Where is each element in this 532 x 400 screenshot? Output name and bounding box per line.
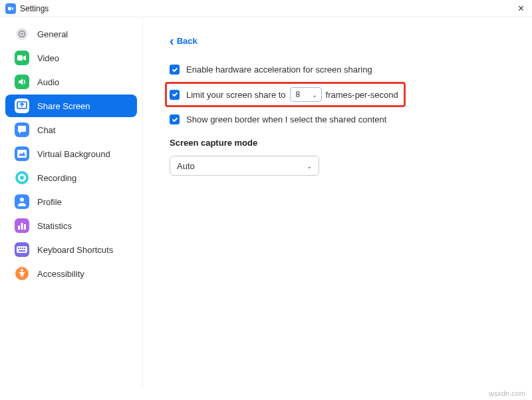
option-label-suffix: frames-per-second bbox=[326, 90, 398, 100]
content-container: General Video Audio Share Screen Chat Vi… bbox=[0, 17, 532, 387]
sidebar-item-label: Audio bbox=[37, 77, 59, 87]
option-label: Enable hardware acceleration for screen … bbox=[186, 65, 372, 75]
fps-value: 8 bbox=[296, 90, 301, 99]
sidebar-item-statistics[interactable]: Statistics bbox=[5, 214, 137, 237]
checkbox-checked-icon[interactable] bbox=[170, 65, 180, 75]
window-title: Settings bbox=[20, 4, 49, 13]
sidebar-item-general[interactable]: General bbox=[5, 23, 137, 45]
option-label: Show green border when I select the shar… bbox=[186, 114, 386, 124]
main-panel: Back Enable hardware acceleration for sc… bbox=[143, 17, 532, 387]
virtual-background-icon bbox=[15, 146, 29, 161]
sidebar-item-audio[interactable]: Audio bbox=[5, 71, 137, 93]
capture-mode-value: Auto bbox=[177, 161, 195, 171]
audio-icon bbox=[15, 75, 29, 89]
sidebar-item-label: Virtual Background bbox=[37, 149, 110, 159]
svg-rect-21 bbox=[24, 224, 26, 230]
capture-mode-select[interactable]: Auto ⌄ bbox=[170, 156, 319, 176]
sidebar-item-label: Chat bbox=[37, 125, 55, 135]
sidebar-item-label: Keyboard Shortcuts bbox=[37, 245, 113, 255]
svg-point-17 bbox=[20, 198, 24, 202]
svg-point-15 bbox=[20, 176, 24, 180]
sidebar-item-virtual-background[interactable]: Virtual Background bbox=[5, 142, 137, 165]
sidebar: General Video Audio Share Screen Chat Vi… bbox=[0, 17, 143, 387]
fps-select[interactable]: 8 ⌄ bbox=[290, 87, 322, 102]
sidebar-item-accessibility[interactable]: Accessibility bbox=[5, 262, 137, 285]
titlebar: Settings × bbox=[0, 0, 532, 17]
accessibility-icon bbox=[15, 266, 29, 281]
sidebar-item-label: Statistics bbox=[37, 221, 72, 231]
svg-rect-26 bbox=[22, 248, 23, 249]
profile-icon bbox=[15, 194, 29, 209]
svg-rect-27 bbox=[24, 248, 25, 249]
watermark: wsxdn.com bbox=[489, 389, 525, 397]
svg-rect-5 bbox=[17, 55, 23, 61]
keyboard-icon bbox=[15, 242, 29, 257]
sidebar-item-label: Recording bbox=[37, 173, 76, 183]
recording-icon bbox=[15, 170, 29, 185]
sidebar-item-label: Share Screen bbox=[37, 101, 90, 111]
chevron-down-icon: ⌄ bbox=[307, 162, 312, 170]
sidebar-item-label: Profile bbox=[37, 197, 62, 207]
back-link[interactable]: Back bbox=[170, 36, 198, 46]
option-green-border[interactable]: Show green border when I select the shar… bbox=[170, 114, 505, 124]
sidebar-item-label: General bbox=[37, 29, 68, 39]
sidebar-item-chat[interactable]: Chat bbox=[5, 118, 137, 141]
svg-rect-12 bbox=[17, 150, 27, 158]
checkbox-checked-icon[interactable] bbox=[170, 114, 180, 124]
close-button[interactable]: × bbox=[515, 3, 527, 15]
svg-rect-28 bbox=[19, 250, 25, 252]
share-screen-icon bbox=[15, 99, 29, 113]
svg-rect-19 bbox=[18, 226, 20, 230]
svg-rect-0 bbox=[8, 7, 11, 10]
sidebar-item-recording[interactable]: Recording bbox=[5, 166, 137, 189]
svg-rect-25 bbox=[20, 248, 21, 249]
video-icon bbox=[15, 51, 29, 65]
section-title-capture-mode: Screen capture mode bbox=[170, 138, 505, 148]
checkbox-checked-icon[interactable] bbox=[170, 90, 180, 100]
chat-icon bbox=[15, 122, 29, 137]
svg-point-3 bbox=[21, 33, 23, 35]
back-label: Back bbox=[177, 36, 198, 46]
svg-rect-20 bbox=[21, 223, 23, 230]
svg-rect-23 bbox=[17, 246, 27, 253]
gear-icon bbox=[15, 27, 29, 41]
chevron-down-icon: ⌄ bbox=[312, 91, 317, 99]
sidebar-item-label: Video bbox=[37, 53, 59, 63]
sidebar-item-video[interactable]: Video bbox=[5, 47, 137, 69]
statistics-icon bbox=[15, 218, 29, 233]
option-limit-fps[interactable]: Limit your screen share to 8 ⌄ frames-pe… bbox=[170, 87, 398, 102]
sidebar-item-profile[interactable]: Profile bbox=[5, 190, 137, 213]
option-label-prefix: Limit your screen share to bbox=[186, 90, 286, 100]
app-icon bbox=[5, 3, 16, 14]
option-hardware-accel[interactable]: Enable hardware acceleration for screen … bbox=[170, 65, 505, 75]
svg-point-30 bbox=[21, 269, 23, 272]
sidebar-item-share-screen[interactable]: Share Screen bbox=[5, 95, 137, 117]
sidebar-item-keyboard-shortcuts[interactable]: Keyboard Shortcuts bbox=[5, 238, 137, 261]
svg-rect-9 bbox=[20, 109, 24, 110]
sidebar-item-label: Accessibility bbox=[37, 269, 84, 279]
svg-rect-24 bbox=[18, 248, 19, 249]
highlight-limit-fps: Limit your screen share to 8 ⌄ frames-pe… bbox=[165, 82, 406, 107]
